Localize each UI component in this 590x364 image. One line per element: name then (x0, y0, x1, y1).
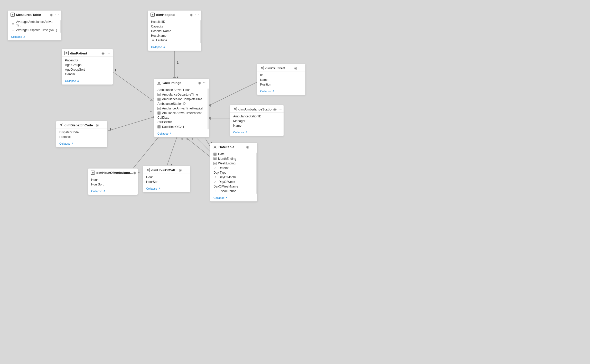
svg-text:*: * (186, 137, 188, 142)
patient-chevron-up: ∧ (77, 79, 79, 82)
svg-text:1: 1 (109, 127, 111, 131)
date-chevron-up: ∧ (226, 196, 228, 199)
field-dayofweekname-label: DayOfWeekName (213, 185, 238, 188)
dim-hour-amb-icon: ⊞ (91, 171, 95, 175)
eye-icon-date[interactable]: ◉ (246, 145, 249, 149)
measures-collapse[interactable]: Collapse ∧ (8, 34, 61, 40)
date-collapse-label: Collapse (213, 196, 224, 199)
eye-icon-dispatch[interactable]: ◉ (96, 123, 99, 127)
dim-callstaff-header: ⊞ dimCallStaff ◉ ⋯ (257, 64, 305, 71)
field-patientid: PatientID (62, 58, 113, 63)
field-daytype-label: Day Type (213, 171, 226, 174)
dim-callstaff-actions[interactable]: ◉ ⋯ (294, 66, 303, 70)
field-amb-job-complete: ▦ AmbulanceJobCompleteTime (154, 97, 209, 101)
eye-icon-ct[interactable]: ◉ (198, 81, 201, 85)
svg-line-5 (107, 117, 154, 131)
dots-icon-callstaff[interactable]: ⋯ (299, 66, 303, 70)
sigma-icon-dayofweek: Σ (213, 180, 217, 184)
ct-collapse-label: Collapse (157, 132, 168, 135)
cal-icon-month: ▦ (213, 157, 217, 160)
dispatch-collapse[interactable]: Collapse ∧ (56, 141, 107, 147)
field-capacity-label: Capacity (151, 25, 163, 28)
field-avg-dispatch-label: Average Dispatch Time (ADT) (16, 28, 57, 32)
dots-icon-hourAmb[interactable]: ⋯ (138, 171, 142, 175)
dots-icon-ct[interactable]: ⋯ (203, 81, 207, 85)
patient-collapse[interactable]: Collapse ∧ (62, 78, 113, 85)
dots-icon-date[interactable]: ⋯ (251, 145, 255, 149)
sigma-icon-dayofmonth: Σ (213, 175, 217, 179)
cal-icon-date: ▦ (213, 153, 217, 156)
date-scroll-bar (256, 153, 257, 194)
date-table-actions[interactable]: ◉ ⋯ (246, 145, 255, 149)
field-hospname: HospName (148, 33, 201, 38)
dim-hospital-card: ⊞ dimHospital ◉ ⋯ HospitalID Capacity Ho… (148, 10, 202, 51)
eye-icon-ambstation[interactable]: ◉ (274, 107, 277, 111)
patient-collapse-label: Collapse (65, 79, 76, 82)
dim-patient-actions[interactable]: ◉ ⋯ (101, 51, 110, 55)
dim-hour-call-actions[interactable]: ◉ ⋯ (179, 168, 188, 172)
eye-icon[interactable]: ◉ (50, 13, 53, 17)
field-dateint-label: DateInt (219, 166, 229, 170)
dots-icon[interactable]: ⋯ (55, 13, 59, 17)
svg-text:*: * (150, 99, 152, 103)
dispatch-chevron-up: ∧ (71, 142, 73, 145)
field-name-ambstation: Name (230, 123, 284, 128)
hour-call-collapse[interactable]: Collapse ∧ (143, 186, 190, 192)
dim-amb-station-actions[interactable]: ◉ ⋯ (274, 107, 282, 111)
dim-hour-call-title: dimHourOfCall (151, 168, 175, 172)
dim-hour-amb-actions[interactable]: ◉ ⋯ (133, 171, 142, 175)
field-monthending: ▦ MonthEnding (210, 156, 257, 161)
call-timings-header: ⊞ CallTimings ◉ ⋯ (154, 79, 209, 86)
eye-icon-patient[interactable]: ◉ (101, 51, 105, 55)
dots-icon-hourCall[interactable]: ⋯ (184, 168, 188, 172)
ambstation-collapse[interactable]: Collapse ∧ (230, 129, 284, 136)
eye-icon-hourCall[interactable]: ◉ (179, 168, 182, 172)
field-avg-dispatch: ▭ Average Dispatch Time (ADT) (8, 28, 61, 32)
dim-dispatch-code-card: ⊞ dimDispatchCode ◉ ⋯ DispatchCode Proto… (56, 121, 107, 147)
field-gender-label: Gender (65, 72, 75, 76)
call-timings-title-group: ⊞ CallTimings (157, 81, 181, 85)
eye-icon-hospital[interactable]: ◉ (190, 13, 193, 17)
field-protocol-label: Protocol (59, 135, 71, 139)
hour-amb-collapse-label: Collapse (91, 190, 102, 193)
measures-table-actions[interactable]: ◉ ⋯ (50, 13, 59, 17)
field-position-label: Position (260, 83, 271, 86)
dim-hospital-actions[interactable]: ◉ ⋯ (190, 13, 199, 17)
call-timings-actions[interactable]: ◉ ⋯ (198, 81, 207, 85)
call-timings-icon: ⊞ (157, 81, 161, 85)
cal-icon-3: ▦ (157, 107, 161, 110)
dim-dispatch-actions[interactable]: ◉ ⋯ (96, 123, 105, 127)
field-id-label: ID (260, 73, 263, 77)
eye-icon-hourAmb[interactable]: ◉ (133, 171, 136, 175)
ct-collapse[interactable]: Collapse ∧ (154, 131, 209, 137)
field-dispatchcode-label: DispatchCode (59, 130, 79, 134)
scroll-bar (60, 20, 61, 33)
dim-hour-ambulance-card: ⊞ dimHourOfAmbulanc... ◉ ⋯ Hour HourSort… (88, 168, 138, 195)
field-amb-station-id-label: AmbulanceStationID (157, 102, 185, 106)
field-hospital-name-label: Hospital Name (151, 29, 171, 33)
dispatch-collapse-label: Collapse (59, 142, 70, 145)
field-calldate: CallDate (154, 115, 209, 120)
dots-icon-hospital[interactable]: ⋯ (195, 13, 199, 17)
field-dayofmonth: Σ DayOfMonth (210, 175, 257, 180)
field-callstaffid-label: CallStaffID (157, 120, 172, 124)
dim-callstaff-fields: ID Name Position (257, 71, 305, 88)
dim-patient-header: ⊞ dimPatient ◉ ⋯ (62, 49, 113, 57)
dots-icon-dispatch[interactable]: ⋯ (101, 123, 105, 127)
dim-dispatch-title: dimDispatchCode (64, 123, 93, 127)
ambstation-chevron-up: ∧ (245, 130, 247, 134)
eye-icon-callstaff[interactable]: ◉ (294, 66, 297, 70)
cal-icon-1: ▦ (157, 93, 161, 96)
field-amb-job-complete-label: AmbulanceJobCompleteTime (162, 97, 202, 101)
date-table-header: ⊞ DateTable ◉ ⋯ (210, 143, 257, 150)
dots-icon-patient[interactable]: ⋯ (107, 51, 110, 55)
date-collapse[interactable]: Collapse ∧ (210, 195, 257, 201)
hospital-collapse-label: Collapse (151, 45, 162, 49)
hour-amb-collapse[interactable]: Collapse ∧ (88, 188, 138, 195)
callstaff-collapse[interactable]: Collapse ∧ (257, 88, 305, 95)
dim-patient-card: ⊞ dimPatient ◉ ⋯ PatientID Age Groups Ag… (62, 49, 113, 85)
call-timings-card: ⊞ CallTimings ◉ ⋯ Ambulance Arrival Hour… (154, 78, 209, 137)
dots-icon-ambstation[interactable]: ⋯ (279, 107, 282, 111)
hospital-collapse[interactable]: Collapse ∧ (148, 44, 201, 51)
collapse-label: Collapse (11, 35, 22, 38)
